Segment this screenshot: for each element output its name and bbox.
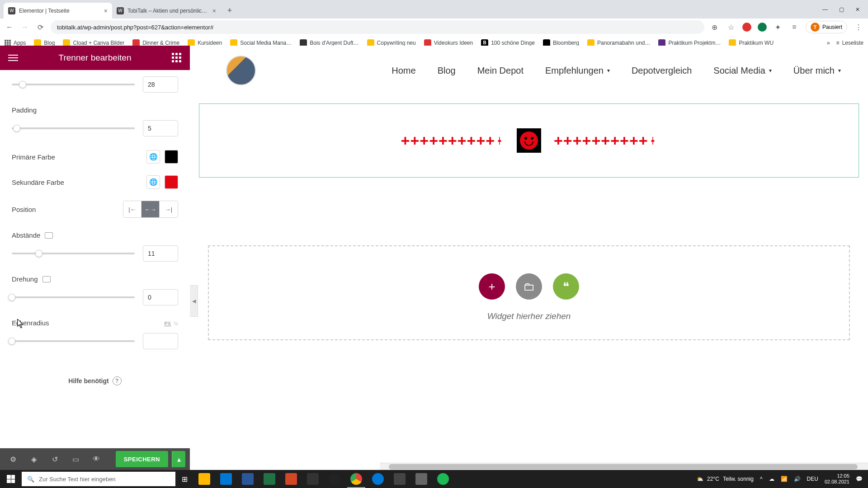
weather-widget[interactable]: ⛅ 22°C Teilw. sonnig bbox=[697, 476, 754, 482]
responsive-mode-button[interactable]: ▭ bbox=[67, 450, 84, 468]
volume-icon[interactable]: 🔊 bbox=[794, 476, 801, 482]
padding-slider[interactable] bbox=[12, 127, 135, 129]
reload-button[interactable]: ⟳ bbox=[35, 22, 45, 32]
unit-px[interactable]: PX bbox=[165, 321, 171, 326]
excel-app[interactable] bbox=[259, 470, 280, 488]
nav-depot[interactable]: Mein Depot bbox=[477, 66, 524, 76]
back-button[interactable]: ← bbox=[5, 22, 14, 32]
new-tab-button[interactable]: + bbox=[223, 4, 236, 17]
start-button[interactable] bbox=[0, 470, 22, 488]
close-window-button[interactable]: ✕ bbox=[850, 3, 865, 16]
template-library-button[interactable]: 🗀 bbox=[516, 273, 542, 300]
add-section-button[interactable]: + bbox=[479, 273, 505, 300]
help-link[interactable]: Hilfe benötigt ? bbox=[12, 376, 178, 385]
edge-app[interactable] bbox=[367, 470, 389, 488]
help-icon: ? bbox=[113, 376, 122, 385]
collapse-sidebar-handle[interactable]: ◀ bbox=[190, 285, 198, 317]
envato-button[interactable]: ❝ bbox=[553, 273, 579, 300]
size-input[interactable] bbox=[143, 76, 178, 93]
app-icon[interactable] bbox=[410, 470, 432, 488]
minimize-button[interactable]: — bbox=[817, 3, 833, 16]
spotify-app[interactable] bbox=[432, 470, 454, 488]
spacing-input[interactable] bbox=[143, 245, 178, 262]
rotation-slider[interactable] bbox=[12, 296, 135, 298]
tray-chevron-icon[interactable]: ^ bbox=[760, 476, 763, 482]
task-view-button[interactable]: ⊞ bbox=[175, 470, 193, 488]
word-app[interactable] bbox=[237, 470, 259, 488]
close-icon[interactable]: × bbox=[104, 7, 108, 14]
onedrive-icon[interactable]: ☁ bbox=[769, 476, 774, 482]
save-button[interactable]: SPEICHERN bbox=[116, 451, 168, 467]
site-logo[interactable] bbox=[226, 56, 256, 85]
navigator-button[interactable]: ◈ bbox=[25, 450, 42, 468]
nav-blog[interactable]: Blog bbox=[438, 66, 456, 76]
align-left-button[interactable]: |← bbox=[123, 201, 142, 217]
close-icon[interactable]: × bbox=[212, 7, 216, 14]
apps-button[interactable]: Apps bbox=[5, 40, 26, 46]
nav-about[interactable]: Über mich▾ bbox=[793, 66, 841, 76]
divider-icon-box bbox=[517, 128, 541, 153]
powerpoint-app[interactable] bbox=[280, 470, 302, 488]
preview-button[interactable]: 👁 bbox=[88, 450, 105, 468]
obs-app[interactable] bbox=[324, 470, 345, 488]
reading-list-icon[interactable]: ≡ bbox=[789, 22, 799, 32]
sidebar-body: Padding Primäre Farbe 🌐 Sekundäre Farbe … bbox=[0, 70, 190, 448]
secondary-color-swatch[interactable] bbox=[165, 175, 178, 189]
widgets-grid-button[interactable] bbox=[172, 53, 182, 63]
taskbar-search[interactable]: 🔍 Zur Suche Text hier eingeben bbox=[22, 472, 175, 486]
notifications-button[interactable]: 💬 bbox=[856, 476, 863, 482]
primary-color-swatch[interactable] bbox=[165, 150, 178, 164]
maximize-button[interactable]: ▢ bbox=[834, 3, 849, 16]
app-icon[interactable] bbox=[302, 470, 324, 488]
kebab-menu-icon[interactable]: ⋮ bbox=[854, 22, 863, 32]
padding-input[interactable] bbox=[143, 120, 178, 136]
nav-recommendations[interactable]: Empfehlungen▾ bbox=[545, 66, 610, 76]
zoom-icon[interactable]: ⊕ bbox=[710, 22, 720, 32]
profile-button[interactable]: T Pausiert bbox=[806, 21, 847, 33]
radius-slider[interactable] bbox=[12, 340, 135, 342]
browser-tab-active[interactable]: W Elementor | Testseite × bbox=[4, 3, 112, 19]
mail-app[interactable] bbox=[215, 470, 237, 488]
puzzle-icon[interactable]: ✦ bbox=[773, 22, 783, 32]
nav-comparison[interactable]: Depotvergleich bbox=[632, 66, 692, 76]
bookmarks-overflow-icon[interactable]: » bbox=[827, 40, 830, 46]
unit-percent[interactable]: % bbox=[174, 321, 178, 326]
chrome-app[interactable] bbox=[345, 470, 367, 488]
app-icon[interactable] bbox=[389, 470, 410, 488]
star-icon[interactable]: ☆ bbox=[726, 22, 736, 32]
rotation-input[interactable] bbox=[143, 289, 178, 305]
save-options-button[interactable]: ▴ bbox=[172, 451, 185, 467]
search-placeholder: Zur Suche Text hier eingeben bbox=[39, 476, 116, 483]
language-indicator[interactable]: DEU bbox=[807, 476, 818, 482]
sidebar-footer: ⚙ ◈ ↺ ▭ 👁 SPEICHERN ▴ bbox=[0, 448, 190, 470]
radius-input[interactable] bbox=[143, 333, 178, 349]
align-center-button[interactable]: ←→ bbox=[142, 201, 160, 217]
spacing-slider[interactable] bbox=[12, 253, 135, 254]
wordpress-icon: W bbox=[117, 7, 124, 14]
align-right-button[interactable]: →| bbox=[160, 201, 178, 217]
settings-button[interactable]: ⚙ bbox=[5, 450, 22, 468]
responsive-icon[interactable] bbox=[42, 276, 51, 282]
global-color-button[interactable]: 🌐 bbox=[146, 175, 160, 189]
reading-list-button[interactable]: ≡Leseliste bbox=[836, 40, 863, 46]
explorer-app[interactable] bbox=[193, 470, 215, 488]
responsive-icon[interactable] bbox=[45, 232, 53, 239]
browser-tab[interactable]: W TobiTalk – Aktien und persönlich… × bbox=[112, 3, 221, 19]
forward-button[interactable]: → bbox=[20, 22, 30, 32]
horizontal-scrollbar[interactable] bbox=[380, 463, 868, 470]
global-color-button[interactable]: 🌐 bbox=[146, 150, 160, 164]
url-input[interactable]: tobitalk.at/wp-admin/post.php?post=627&a… bbox=[51, 20, 704, 34]
size-slider[interactable] bbox=[12, 84, 135, 85]
history-button[interactable]: ↺ bbox=[46, 450, 63, 468]
empty-section-dropzone[interactable]: + 🗀 ❝ Widget hierher ziehen bbox=[208, 245, 850, 340]
nav-home[interactable]: Home bbox=[392, 66, 415, 76]
wifi-icon[interactable]: 📶 bbox=[781, 476, 788, 482]
extension-icon[interactable] bbox=[742, 23, 751, 32]
divider-section[interactable]: +++++++++++ +++++++++++ bbox=[199, 103, 859, 178]
extension-icon[interactable] bbox=[758, 23, 767, 32]
clock[interactable]: 12:05 02.08.2021 bbox=[825, 473, 849, 485]
nav-social[interactable]: Social Media▾ bbox=[713, 66, 772, 76]
hamburger-menu-button[interactable] bbox=[8, 55, 18, 61]
address-bar: ← → ⟳ tobitalk.at/wp-admin/post.php?post… bbox=[0, 19, 868, 36]
spacing-label: Abstände bbox=[12, 231, 40, 239]
